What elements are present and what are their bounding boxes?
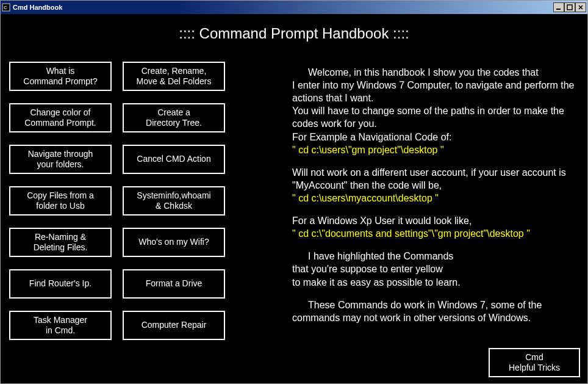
diff-account-line: Will not work on a different user accoun…: [292, 166, 579, 192]
svg-rect-2: [556, 9, 561, 10]
close-button[interactable]: [575, 2, 586, 12]
code-example-2: " cd c:\users\myaccount\desktop ": [292, 192, 579, 205]
what-is-cmd-button[interactable]: What isCommand Prompt?: [9, 62, 112, 91]
window-title: Cmd Handbook: [13, 4, 62, 11]
code-example-3: " cd c:\"documents and settings"\"gm pro…: [292, 227, 579, 240]
topic-button-grid: What isCommand Prompt? Create, Rename,Mo…: [9, 62, 225, 340]
find-router-ip-button[interactable]: Find Router's Ip.: [9, 269, 112, 299]
navigate-folders-button[interactable]: Navigate throughyour folders.: [9, 145, 112, 174]
highlight-note: to make it as easy as possible to learn.: [292, 276, 579, 289]
create-rename-move-del-button[interactable]: Create, Rename,Move & Del Folders: [123, 62, 225, 91]
content-area: :::: Command Prompt Handbook :::: What i…: [1, 14, 587, 384]
svg-text:C: C: [4, 5, 7, 10]
rename-delete-button[interactable]: Re-Naming &Deleting Files.: [9, 228, 112, 257]
minimize-button[interactable]: [553, 2, 564, 12]
highlight-note: I have highlighted the Commands: [292, 250, 579, 263]
window-controls: [553, 2, 586, 12]
computer-repair-button[interactable]: Computer Repair: [123, 311, 225, 340]
page-title: :::: Command Prompt Handbook ::::: [7, 25, 581, 42]
highlight-note: that you're suppose to enter yellow: [292, 263, 579, 275]
app-icon: C: [2, 3, 10, 12]
welcome-text: Welcome, in this handbook I show you the…: [292, 66, 579, 324]
format-drive-button[interactable]: Format a Drive: [123, 269, 225, 299]
compat-note: These Commands do work in Windows 7, som…: [292, 299, 579, 324]
app-window: C Cmd Handbook :::: Command Prompt Handb…: [0, 0, 588, 384]
welcome-line: Welcome, in this handbook I show you the…: [292, 66, 579, 79]
code-example-1: " cd c:\users\"gm project"\desktop ": [292, 143, 579, 156]
helpful-tricks-button[interactable]: CmdHelpful Tricks: [489, 348, 580, 377]
task-manager-button[interactable]: Task Managerin Cmd.: [9, 311, 112, 340]
paths-line: You will have to change some of the path…: [292, 104, 579, 130]
cancel-cmd-button[interactable]: Cancel CMD Action: [123, 145, 225, 174]
welcome-line: I enter into my Windows 7 Computer, to n…: [292, 79, 579, 104]
change-color-button[interactable]: Change color ofCommand Prompt.: [9, 103, 112, 132]
maximize-button[interactable]: [564, 2, 575, 12]
example-heading: For Example a Navigational Code of:: [292, 131, 579, 143]
xp-line: For a Windows Xp User it would look like…: [292, 214, 579, 227]
svg-rect-3: [567, 5, 572, 10]
titlebar: C Cmd Handbook: [1, 1, 587, 14]
whos-on-wifi-button[interactable]: Who's on my Wifi?: [123, 228, 225, 257]
directory-tree-button[interactable]: Create aDirectory Tree.: [123, 103, 225, 132]
systeminfo-button[interactable]: Systeminfo,whoami& Chkdsk: [123, 186, 225, 216]
titlebar-left: C Cmd Handbook: [2, 3, 62, 12]
copy-to-usb-button[interactable]: Copy Files from afolder to Usb: [9, 186, 112, 216]
